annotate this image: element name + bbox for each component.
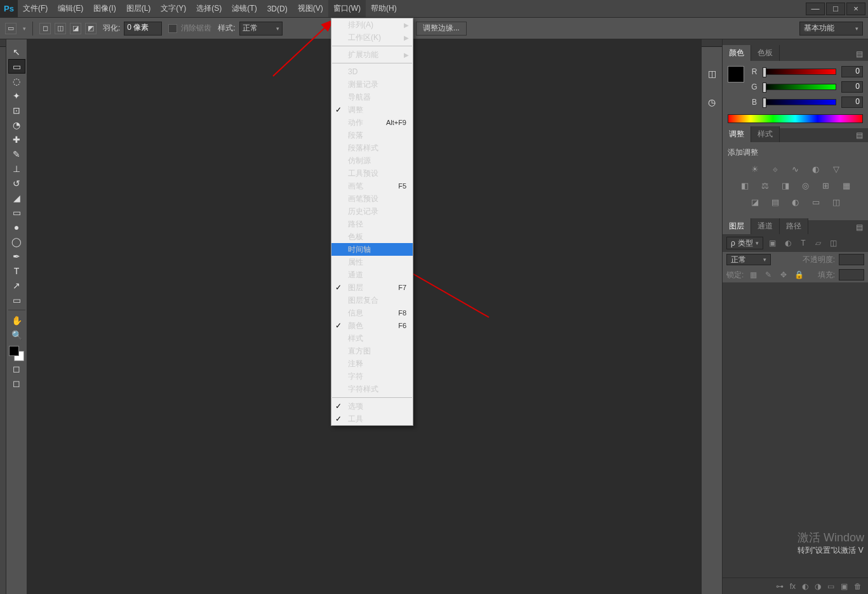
workspace-select[interactable]: 基本功能▾ bbox=[799, 22, 863, 36]
menu-1[interactable]: 编辑(E) bbox=[53, 0, 88, 17]
menu-item-25[interactable]: ✓颜色F6 bbox=[331, 319, 413, 332]
tab-adjustments[interactable]: 调整 bbox=[723, 126, 751, 142]
menu-item-13[interactable]: 工具预设 bbox=[331, 167, 413, 180]
filter-adjust-icon[interactable]: ◐ bbox=[782, 237, 794, 249]
close-button[interactable]: × bbox=[846, 3, 865, 15]
menu-item-12[interactable]: 仿制源 bbox=[331, 154, 413, 167]
link-icon[interactable]: ⊶ bbox=[776, 582, 784, 591]
menu-item-28[interactable]: 注释 bbox=[331, 357, 413, 370]
trash-icon[interactable]: 🗑 bbox=[854, 582, 862, 591]
invert-icon[interactable]: ◪ bbox=[749, 196, 761, 208]
eraser-tool[interactable]: ◢ bbox=[8, 190, 25, 205]
lock-all-icon[interactable]: 🔒 bbox=[793, 269, 805, 280]
menu-item-21[interactable]: 通道 bbox=[331, 268, 413, 281]
g-slider[interactable] bbox=[763, 84, 836, 90]
antialias-checkbox[interactable] bbox=[168, 24, 177, 33]
menu-item-11[interactable]: 段落样式 bbox=[331, 142, 413, 154]
gradient-tool[interactable]: ▭ bbox=[8, 205, 25, 220]
sel-intersect-icon[interactable]: ◩ bbox=[85, 23, 97, 34]
menu-item-32[interactable]: ✓选项 bbox=[331, 400, 413, 412]
lock-paint-icon[interactable]: ✎ bbox=[763, 269, 774, 280]
sel-add-icon[interactable]: ◫ bbox=[55, 23, 66, 34]
marquee-tool-icon[interactable]: ▭ bbox=[5, 23, 17, 34]
menu-item-10[interactable]: 段落 bbox=[331, 129, 413, 142]
photo-filter-icon[interactable]: ◎ bbox=[800, 180, 811, 191]
menu-item-33[interactable]: ✓工具 bbox=[331, 412, 413, 425]
exposure-icon[interactable]: ◐ bbox=[810, 163, 822, 175]
type-tool[interactable]: T bbox=[8, 263, 25, 278]
menu-item-30[interactable]: 字符样式 bbox=[331, 383, 413, 395]
threshold-icon[interactable]: ◐ bbox=[790, 196, 801, 208]
lock-transparent-icon[interactable]: ▦ bbox=[747, 269, 759, 280]
new-layer-icon[interactable]: ▣ bbox=[841, 582, 848, 591]
menu-item-1[interactable]: 工作区(K)▶ bbox=[331, 31, 413, 44]
stamp-tool[interactable]: ⊥ bbox=[8, 161, 25, 176]
menu-item-29[interactable]: 字符 bbox=[331, 370, 413, 383]
eyedropper-tool[interactable]: ◔ bbox=[8, 117, 25, 132]
marquee-tool[interactable]: ▭ bbox=[8, 59, 25, 74]
magic-wand-tool[interactable]: ✦ bbox=[8, 88, 25, 103]
menu-0[interactable]: 文件(F) bbox=[18, 0, 53, 17]
menu-item-18[interactable]: 色板 bbox=[331, 230, 413, 243]
menu-8[interactable]: 视图(V) bbox=[293, 0, 328, 17]
mask-icon[interactable]: ◐ bbox=[802, 582, 808, 591]
hand-tool[interactable]: ✋ bbox=[8, 313, 25, 327]
menu-item-7[interactable]: 导航器 bbox=[331, 91, 413, 103]
menu-item-22[interactable]: ✓图层F7 bbox=[331, 281, 413, 294]
lock-move-icon[interactable]: ✥ bbox=[778, 269, 789, 280]
crop-tool[interactable]: ⊡ bbox=[8, 103, 25, 117]
bw-icon[interactable]: ◨ bbox=[780, 180, 791, 191]
style-select[interactable]: 正常▾ bbox=[239, 22, 283, 36]
tab-color[interactable]: 颜色 bbox=[723, 45, 751, 61]
group-icon[interactable]: ▭ bbox=[827, 582, 834, 591]
balance-icon[interactable]: ⚖ bbox=[759, 180, 771, 191]
tab-layers[interactable]: 图层 bbox=[723, 218, 751, 234]
new-adjust-icon[interactable]: ◑ bbox=[815, 582, 821, 591]
menu-item-26[interactable]: 样式 bbox=[331, 332, 413, 345]
r-slider[interactable] bbox=[763, 69, 836, 75]
r-value[interactable]: 0 bbox=[841, 66, 863, 77]
color-sample-swatch[interactable] bbox=[728, 66, 744, 82]
move-tool[interactable]: ↖ bbox=[8, 44, 25, 59]
menu-7[interactable]: 3D(D) bbox=[262, 0, 293, 17]
history-brush-tool[interactable]: ↺ bbox=[8, 176, 25, 190]
pen-tool[interactable]: ✒ bbox=[8, 249, 25, 263]
blend-mode-select[interactable]: 正常▾ bbox=[726, 254, 771, 265]
menu-item-27[interactable]: 直方图 bbox=[331, 345, 413, 357]
menu-2[interactable]: 图像(I) bbox=[88, 0, 121, 17]
tab-swatches[interactable]: 色板 bbox=[751, 45, 780, 61]
properties-panel-icon[interactable]: ◷ bbox=[704, 93, 721, 110]
tab-styles[interactable]: 样式 bbox=[751, 126, 780, 142]
menu-item-20[interactable]: 属性 bbox=[331, 256, 413, 268]
shape-tool[interactable]: ▭ bbox=[8, 293, 25, 307]
selective-color-icon[interactable]: ◫ bbox=[831, 196, 842, 208]
zoom-tool[interactable]: 🔍 bbox=[8, 327, 25, 342]
adjustments-panel-menu-icon[interactable]: ▤ bbox=[851, 128, 868, 142]
path-select-tool[interactable]: ↗ bbox=[8, 278, 25, 293]
gradient-map-icon[interactable]: ▭ bbox=[810, 196, 822, 208]
menu-item-0[interactable]: 排列(A)▶ bbox=[331, 18, 413, 31]
filter-smart-icon[interactable]: ◫ bbox=[828, 237, 839, 249]
vibrance-icon[interactable]: ▽ bbox=[831, 163, 842, 175]
maximize-button[interactable]: □ bbox=[826, 3, 845, 15]
menu-3[interactable]: 图层(L) bbox=[121, 0, 156, 17]
menu-item-24[interactable]: 信息F8 bbox=[331, 307, 413, 319]
tab-channels[interactable]: 通道 bbox=[751, 218, 780, 234]
menu-item-8[interactable]: ✓调整 bbox=[331, 103, 413, 116]
lookup-icon[interactable]: ▦ bbox=[841, 180, 852, 191]
filter-shape-icon[interactable]: ▱ bbox=[813, 237, 824, 249]
menu-item-9[interactable]: 动作Alt+F9 bbox=[331, 116, 413, 129]
menu-item-23[interactable]: 图层复合 bbox=[331, 294, 413, 307]
fill-input[interactable] bbox=[839, 269, 864, 280]
menu-item-17[interactable]: 路径 bbox=[331, 218, 413, 230]
menu-item-6[interactable]: 测量记录 bbox=[331, 78, 413, 91]
brush-tool[interactable]: ✎ bbox=[8, 147, 25, 161]
spot-heal-tool[interactable]: ✚ bbox=[8, 132, 25, 147]
menu-5[interactable]: 选择(S) bbox=[191, 0, 227, 17]
tool-preset-dropdown-icon[interactable]: ▾ bbox=[23, 25, 26, 32]
sel-new-icon[interactable]: ◻ bbox=[39, 23, 51, 34]
layers-panel-menu-icon[interactable]: ▤ bbox=[851, 220, 868, 234]
screenmode-icon[interactable]: ◻ bbox=[8, 376, 25, 390]
color-panel-menu-icon[interactable]: ▤ bbox=[851, 47, 868, 61]
channel-mixer-icon[interactable]: ⊞ bbox=[820, 180, 832, 191]
